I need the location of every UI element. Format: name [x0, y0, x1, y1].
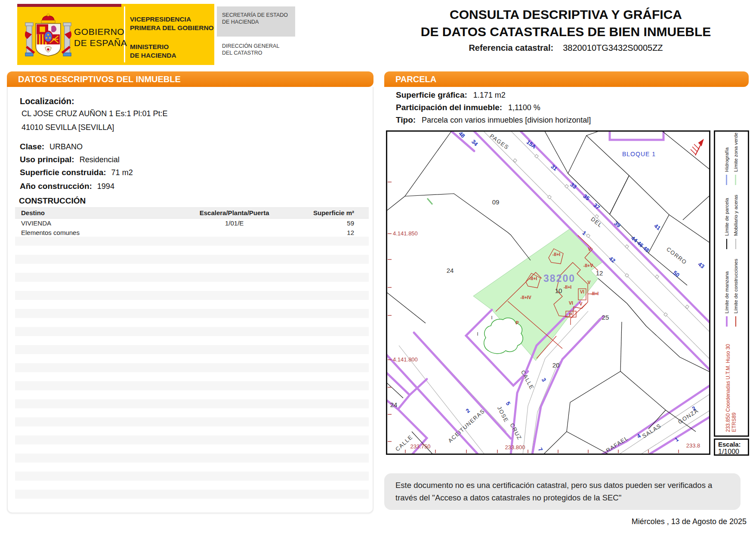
map-label: V [587, 280, 590, 285]
map-label: VI [569, 300, 573, 306]
map-label: -II+I [564, 284, 571, 290]
tipo-row: Tipo:Parcela con varios inmuebles [divis… [396, 115, 740, 125]
document-date: Miércoles , 13 de Agosto de 2025 [617, 517, 747, 526]
legend-label: Límite zona verde [733, 133, 738, 172]
gobierno-espana-logo: GOBIERNO DE ESPAÑA VICEPRESIDENCIA PRIME… [17, 4, 214, 65]
legend-swatch-icon [726, 317, 728, 327]
left-panel-body: Localización: CL JOSE CRUZ AUÑON 1 Es:1 … [7, 87, 373, 513]
empty-table-stripes [15, 237, 369, 503]
legend-swatch-icon [735, 317, 736, 327]
legend-item: Límite de construcciones [733, 259, 738, 327]
map-label: VI [580, 289, 584, 294]
map-label: I [491, 315, 492, 320]
map-label: 4.141.800 [393, 356, 418, 363]
table-cell: Superficie m² [291, 208, 369, 218]
cadastral-document: GOBIERNO DE ESPAÑA VICEPRESIDENCIA PRIME… [0, 0, 756, 534]
map-label: P [569, 312, 572, 317]
cadastral-map-svg: 483415A31333537394144 46 484243501357221… [386, 130, 710, 455]
legend-swatch-icon [735, 239, 736, 249]
participacion-row: Participación del inmueble:1,1100 % [396, 103, 740, 112]
secretaria-line2: DE HACIENDA [222, 19, 259, 25]
reference-label: Referencia catastral: [469, 43, 553, 52]
map-label: 10 [555, 287, 562, 294]
map-label: V [579, 301, 582, 306]
scale-label: Escala: [718, 441, 748, 448]
map-label: 233.750 [410, 443, 431, 450]
legend-swatch-icon [726, 175, 727, 185]
secretaria-box: SECRETARÍA DE ESTADO DE HACIENDA [217, 6, 295, 37]
map-label: 24 [447, 267, 454, 274]
anio-row: Año construcción:1994 [20, 182, 114, 191]
map-label: 25 [602, 314, 609, 321]
disclaimer-text: Este documento no es una certificación c… [395, 481, 712, 502]
logo-red-strip [17, 4, 121, 7]
direccion-line1: DIRECCIÓN GENERAL [222, 43, 279, 49]
legend-swatch-icon [726, 239, 727, 249]
legend-items: Límite de manzanaLímite de construccione… [724, 133, 738, 327]
legend-item: Hidrografía [724, 133, 729, 185]
address-line1: CL JOSE CRUZ AUÑON 1 Es:1 Pl:01 Pt:E [22, 109, 167, 118]
map-legend-box: 233.850 Coordenadas U.T.M. Huso 30 ETRS8… [714, 130, 749, 437]
table-cell: Elementos comunes [15, 228, 178, 238]
legend-column: Límite de parcelaMobiliario y aceras [724, 194, 738, 249]
map-label: 38200 [543, 273, 575, 284]
legend-column: Límite de manzanaLímite de construccione… [724, 259, 738, 327]
anio-label: Año construcción: [20, 182, 92, 191]
legend-item: Límite zona verde [733, 133, 738, 185]
direccion-line2: DEL CATASTRO [222, 50, 262, 56]
map-label: 233.800 [505, 444, 525, 451]
title-line2: DE DATOS CATASTRALES DE BIEN INMUEBLE [389, 23, 742, 40]
tipo-label: Tipo: [396, 115, 416, 124]
left-panel-title: DATOS DESCRIPTIVOS DEL INMUEBLE [18, 74, 181, 84]
table-row: Elementos comunes12 [15, 228, 369, 238]
map-label: -II+I [591, 291, 599, 296]
legend-label: Límite de construcciones [733, 259, 738, 313]
map-label: 20 [552, 361, 560, 369]
direccion-general-box: DIRECCIÓN GENERAL DEL CATASTRO [217, 43, 295, 62]
legend-label: Mobiliario y aceras [733, 194, 738, 236]
clase-row: Clase:URBANO [20, 142, 83, 151]
map-label: -II+I [552, 252, 560, 257]
map-label: 24 [390, 401, 398, 408]
map-label: I [477, 331, 478, 336]
participacion-value: 1,1100 % [508, 103, 540, 112]
participacion-label: Participación del inmueble: [396, 103, 502, 112]
utm-coords-note: 233.850 Coordenadas U.T.M. Huso 30 ETRS8… [725, 336, 737, 434]
localizacion-label: Localización: [20, 96, 74, 106]
ministerio-text: MINISTERIO DE HACIENDA [130, 43, 176, 60]
superficie-label: Superficie construida: [20, 168, 106, 177]
dept-line2: PRIMERA DEL GOBIERNO [130, 24, 214, 32]
cadastral-map: 483415A31333537394144 46 484243501357221… [386, 130, 710, 455]
uso-value: Residencial [80, 155, 120, 164]
scale-box: Escala: 1/1000 [714, 438, 749, 456]
legend-item: Límite de manzana [724, 259, 729, 327]
map-label: V [588, 247, 591, 252]
tipo-value: Parcela con varios inmuebles [division h… [422, 116, 591, 124]
legend-swatch-icon [735, 175, 736, 185]
map-label: 09 [492, 198, 500, 206]
clase-label: Clase: [20, 142, 44, 151]
table-header-row: DestinoEscalera/Planta/PuertaSuperficie … [15, 207, 369, 219]
vicepresidencia-text: VICEPRESIDENCIA PRIMERA DEL GOBIERNO [130, 15, 214, 32]
legend-label: Límite de parcela [724, 198, 729, 236]
legend-item: Mobiliario y aceras [733, 194, 738, 249]
disclaimer-box: Este documento no es una certificación c… [384, 473, 741, 510]
map-label: -II+V [583, 263, 593, 268]
clase-value: URBANO [49, 142, 83, 151]
right-panel-header: PARCELA [384, 71, 749, 87]
ministry-line2: DE HACIENDA [130, 51, 176, 60]
map-label: 12 [596, 269, 603, 277]
table-cell: 59 [291, 219, 369, 228]
gobierno-line1: GOBIERNO [74, 26, 127, 37]
construction-table: DestinoEscalera/Planta/PuertaSuperficie … [15, 207, 369, 238]
superficie-value: 71 m2 [111, 168, 133, 177]
table-cell: VIVIENDA [15, 219, 178, 228]
map-label: -II+I [529, 276, 537, 281]
uso-label: Uso principal: [20, 155, 74, 164]
scale-value: 1/1000 [718, 448, 748, 456]
legend-label: Límite de manzana [724, 272, 729, 314]
parcela-title: PARCELA [395, 74, 436, 84]
superficie-grafica-row: Superficie gráfica:1.171 m2 [396, 90, 740, 100]
reference-value: 3820010TG3432S0005ZZ [563, 43, 663, 52]
legend-item: Límite de parcela [724, 194, 729, 249]
